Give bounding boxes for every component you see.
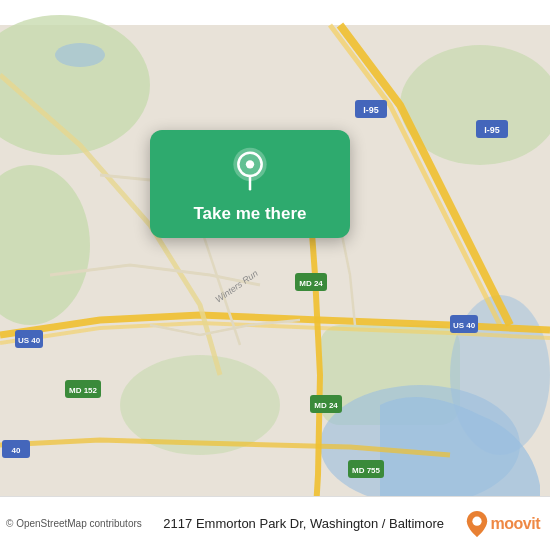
svg-point-8 [55, 43, 105, 67]
map-background: I-95 US 40 US 40 MD 24 MD 24 MD 152 MD 7… [0, 0, 550, 550]
pin-icon [225, 146, 275, 196]
svg-text:MD 755: MD 755 [352, 466, 381, 475]
address-label: 2117 Emmorton Park Dr, Washington / Balt… [142, 516, 466, 531]
svg-point-31 [472, 516, 481, 525]
moovit-text: moovit [491, 515, 540, 533]
map-container: I-95 US 40 US 40 MD 24 MD 24 MD 152 MD 7… [0, 0, 550, 550]
svg-text:MD 152: MD 152 [69, 386, 98, 395]
take-me-there-button[interactable]: Take me there [193, 204, 306, 224]
svg-text:I-95: I-95 [363, 105, 379, 115]
bottom-bar: © OpenStreetMap contributors 2117 Emmort… [0, 496, 550, 550]
svg-text:US 40: US 40 [18, 336, 41, 345]
location-card[interactable]: Take me there [150, 130, 350, 238]
svg-text:US 40: US 40 [453, 321, 476, 330]
svg-text:MD 24: MD 24 [314, 401, 338, 410]
svg-point-30 [246, 160, 254, 168]
moovit-pin-icon [466, 511, 488, 537]
moovit-logo: moovit [466, 511, 540, 537]
svg-text:I-95: I-95 [484, 125, 500, 135]
osm-credit: © OpenStreetMap contributors [6, 518, 142, 529]
svg-text:MD 24: MD 24 [299, 279, 323, 288]
svg-text:40: 40 [12, 446, 21, 455]
